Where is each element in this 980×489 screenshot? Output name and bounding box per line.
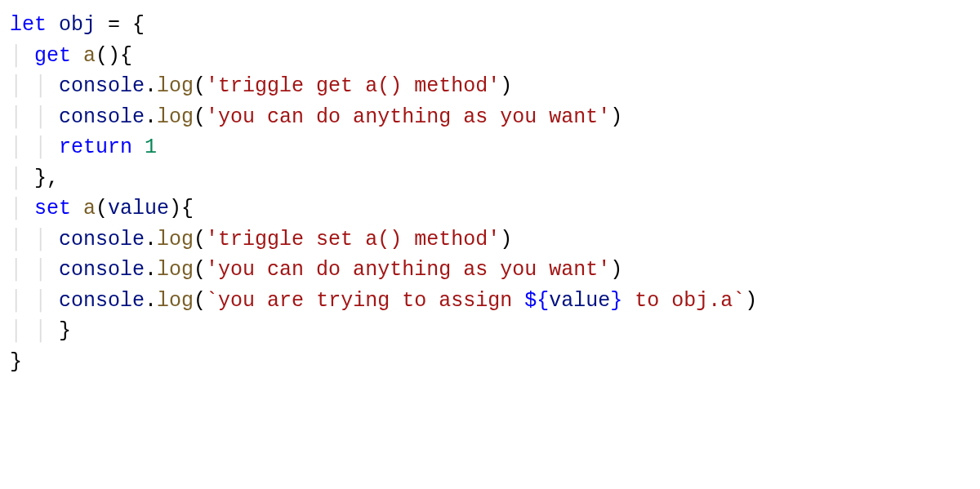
identifier-console: console: [59, 228, 145, 251]
indent-guide: │: [10, 197, 34, 220]
code-line: │ get a(){: [10, 44, 132, 68]
interpolation-open: ${: [524, 289, 549, 313]
method-log: log: [157, 289, 194, 313]
indent-guide: │ │: [10, 105, 59, 129]
indent-guide: │ │: [10, 258, 59, 282]
indent-guide: │ │: [10, 136, 59, 159]
keyword-let: let: [10, 13, 47, 37]
identifier-console: console: [59, 258, 145, 282]
code-line: }: [10, 350, 22, 374]
code-line: │ │ return 1: [10, 136, 157, 159]
interpolation-close: }: [610, 289, 622, 313]
string-literal: 'you can do anything as you want': [206, 258, 610, 282]
template-literal: you are trying to assign: [218, 289, 524, 313]
code-line: │ │ console.log('triggle get a() method'…: [10, 74, 512, 98]
code-block: let obj = { │ get a(){ │ │ console.log('…: [10, 10, 970, 377]
identifier-console: console: [59, 105, 145, 129]
indent-guide: │ │: [10, 74, 59, 98]
param-value: value: [108, 197, 169, 220]
code-line: let obj = {: [10, 13, 145, 37]
code-line: │ },: [10, 167, 59, 190]
code-line: │ set a(value){: [10, 197, 194, 220]
code-line: │ │ }: [10, 319, 71, 343]
indent-guide: │ │: [10, 289, 59, 313]
identifier-value: value: [549, 289, 610, 313]
method-log: log: [157, 105, 194, 129]
indent-guide: │ │: [10, 228, 59, 251]
keyword-return: return: [59, 136, 132, 159]
indent-guide: │: [10, 44, 34, 68]
backtick: `: [206, 289, 218, 313]
keyword-get: get: [34, 44, 71, 68]
method-a: a: [83, 197, 96, 220]
method-log: log: [157, 228, 194, 251]
code-line: │ │ console.log(`you are trying to assig…: [10, 289, 757, 313]
method-log: log: [157, 74, 194, 98]
keyword-set: set: [34, 197, 71, 220]
method-a: a: [83, 44, 96, 68]
template-literal: to obj.a: [622, 289, 733, 313]
number-literal: 1: [145, 136, 157, 159]
code-line: │ │ console.log('you can do anything as …: [10, 105, 622, 129]
indent-guide: │ │: [10, 319, 59, 343]
indent-guide: │: [10, 167, 34, 190]
code-line: │ │ console.log('you can do anything as …: [10, 258, 622, 282]
identifier-console: console: [59, 289, 145, 313]
string-literal: 'triggle set a() method': [206, 228, 500, 251]
backtick: `: [733, 289, 745, 313]
method-log: log: [157, 258, 194, 282]
string-literal: 'triggle get a() method': [206, 74, 500, 98]
identifier-console: console: [59, 74, 145, 98]
code-line: │ │ console.log('triggle set a() method'…: [10, 228, 512, 251]
identifier-obj: obj: [59, 13, 96, 37]
string-literal: 'you can do anything as you want': [206, 105, 610, 129]
